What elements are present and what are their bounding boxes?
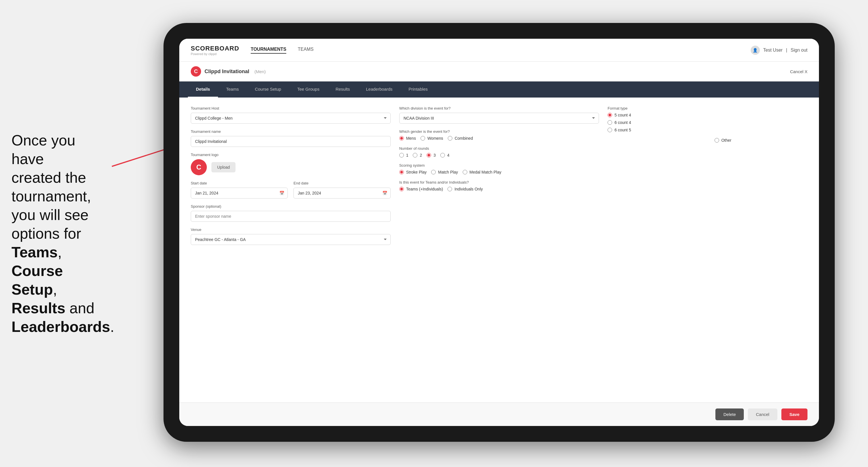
- round-1-radio[interactable]: [399, 153, 404, 157]
- gender-combined-radio[interactable]: [448, 136, 452, 141]
- scoring-match-radio[interactable]: [431, 170, 436, 175]
- cancel-button[interactable]: Cancel: [748, 408, 777, 420]
- delete-button[interactable]: Delete: [715, 408, 744, 420]
- round-1-row: 1: [399, 153, 408, 157]
- round-4-row: 4: [440, 153, 450, 157]
- gender-mens-row: Mens: [399, 136, 416, 141]
- save-button[interactable]: Save: [781, 408, 807, 420]
- tab-tee-groups[interactable]: Tee Groups: [289, 82, 328, 97]
- individuals-only-radio[interactable]: [447, 187, 452, 191]
- user-area: 👤 Test User | Sign out: [751, 45, 807, 55]
- round-2-label: 2: [420, 153, 422, 157]
- scoring-stroke-label: Stroke Play: [406, 170, 427, 175]
- format-6count5-row: 6 count 5: [608, 128, 807, 132]
- end-date-calendar-icon: 📅: [382, 191, 387, 195]
- scoring-options: Stroke Play Match Play Medal Match Play: [399, 170, 599, 175]
- user-avatar: 👤: [751, 45, 760, 55]
- format-label: Format type: [608, 106, 807, 111]
- rounds-options: 1 2 3 4: [399, 153, 599, 157]
- format-other-radio[interactable]: [715, 138, 719, 143]
- venue-group: Venue Peachtree GC - Atlanta - GA: [191, 227, 391, 245]
- gender-group: Which gender is the event for? Mens Wome…: [399, 129, 599, 141]
- rounds-group: Number of rounds 1 2: [399, 146, 599, 157]
- user-separator: |: [786, 48, 787, 53]
- end-date-label: End date: [293, 181, 391, 185]
- scoring-medal-radio[interactable]: [463, 170, 467, 175]
- round-3-radio[interactable]: [427, 153, 431, 157]
- tournament-name: Clippd Invitational: [205, 68, 249, 74]
- logo-sub: Powered by clippd: [191, 52, 239, 56]
- nav-tournaments[interactable]: TOURNAMENTS: [251, 47, 286, 54]
- cancel-header-btn[interactable]: Cancel X: [790, 69, 807, 74]
- gender-combined-label: Combined: [455, 136, 473, 141]
- gender-combined-row: Combined: [448, 136, 473, 141]
- tab-results[interactable]: Results: [328, 82, 358, 97]
- gender-mens-label: Mens: [406, 136, 416, 141]
- scoring-match-label: Match Play: [438, 170, 458, 175]
- format-5count4-label: 5 count 4: [614, 113, 631, 117]
- nav-links: TOURNAMENTS TEAMS: [251, 47, 313, 54]
- sponsor-label: Sponsor (optional): [191, 204, 391, 209]
- tournament-logo-group: Tournament logo C Upload: [191, 153, 391, 175]
- tournament-name-input[interactable]: [191, 136, 391, 147]
- tab-course-setup[interactable]: Course Setup: [247, 82, 289, 97]
- logo-upload-area: C Upload: [191, 159, 391, 175]
- start-date-label: Start date: [191, 181, 288, 185]
- round-2-row: 2: [413, 153, 422, 157]
- logo-text: SCOREBOARD: [191, 45, 239, 52]
- teams-individuals-label: Teams (+Individuals): [406, 187, 443, 191]
- format-5count4-radio[interactable]: [608, 113, 612, 117]
- gender-mens-radio[interactable]: [399, 136, 404, 141]
- tab-details[interactable]: Details: [188, 82, 218, 97]
- gender-womens-radio[interactable]: [421, 136, 425, 141]
- round-4-radio[interactable]: [440, 153, 445, 157]
- scoring-stroke-radio[interactable]: [399, 170, 404, 175]
- format-group: Format type 5 count 4 6 count 4: [608, 106, 807, 143]
- format-6count4-row: 6 count 4: [608, 120, 807, 125]
- form-right-section: Format type 5 count 4 6 count 4: [608, 106, 807, 245]
- format-6count5-label: 6 count 5: [614, 128, 631, 132]
- venue-select[interactable]: Peachtree GC - Atlanta - GA: [191, 234, 391, 245]
- tournament-host-select[interactable]: Clippd College - Men: [191, 113, 391, 124]
- tab-teams[interactable]: Teams: [218, 82, 247, 97]
- nav-teams[interactable]: TEAMS: [298, 47, 313, 54]
- tournament-header: C Clippd Invitational (Men) Cancel X: [179, 62, 819, 82]
- teams-individuals-radio[interactable]: [399, 187, 404, 191]
- user-name[interactable]: Test User: [763, 48, 783, 53]
- scoring-group: Scoring system Stroke Play Match Play: [399, 163, 599, 175]
- sponsor-input[interactable]: [191, 211, 391, 222]
- round-2-radio[interactable]: [413, 153, 417, 157]
- tournament-icon: C: [191, 66, 201, 76]
- instruction-line: Once you havecreated thetournament,you w…: [11, 132, 114, 335]
- scoring-medal-row: Medal Match Play: [463, 170, 501, 175]
- format-6count4-label: 6 count 4: [614, 120, 631, 125]
- venue-label: Venue: [191, 227, 391, 232]
- division-select[interactable]: NCAA Division III: [399, 113, 599, 124]
- start-date-input[interactable]: [191, 188, 288, 198]
- round-3-label: 3: [433, 153, 436, 157]
- upload-button[interactable]: Upload: [211, 162, 236, 173]
- start-date-wrapper: 📅: [191, 188, 288, 198]
- end-date-input[interactable]: [293, 188, 391, 198]
- sign-out-link[interactable]: Sign out: [790, 48, 807, 53]
- tab-printables[interactable]: Printables: [400, 82, 436, 97]
- division-label: Which division is the event for?: [399, 106, 599, 111]
- tab-leaderboards[interactable]: Leaderboards: [358, 82, 401, 97]
- scoring-stroke-row: Stroke Play: [399, 170, 427, 175]
- division-group: Which division is the event for? NCAA Di…: [399, 106, 599, 124]
- form-middle-section: Which division is the event for? NCAA Di…: [399, 106, 599, 245]
- individuals-options: Teams (+Individuals) Individuals Only: [399, 187, 599, 191]
- gender-womens-row: Womens: [421, 136, 443, 141]
- tournament-name-label: Tournament name: [191, 129, 391, 134]
- gender-womens-label: Womens: [427, 136, 443, 141]
- form-columns: Tournament Host Clippd College - Men Tou…: [191, 106, 807, 245]
- format-6count5-radio[interactable]: [608, 128, 612, 132]
- format-other-label: Other: [721, 138, 732, 143]
- logo-preview: C: [191, 159, 207, 175]
- format-6count4-radio[interactable]: [608, 120, 612, 125]
- scoring-match-row: Match Play: [431, 170, 458, 175]
- format-options: 5 count 4 6 count 4 6 count 5: [608, 113, 807, 143]
- tournament-gender: (Men): [254, 69, 266, 74]
- gender-label: Which gender is the event for?: [399, 129, 599, 134]
- scoring-medal-label: Medal Match Play: [470, 170, 501, 175]
